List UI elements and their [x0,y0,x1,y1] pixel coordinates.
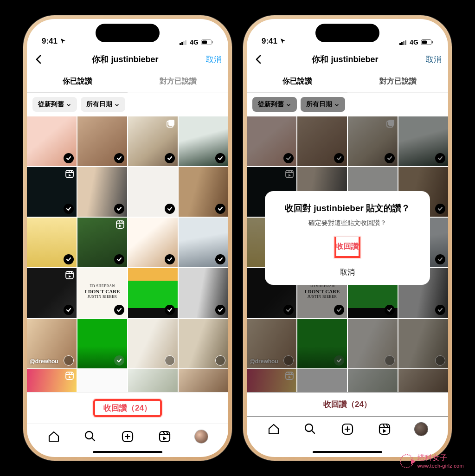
page-title: 你和 justinbieber [45,54,206,65]
post-thumbnail[interactable] [77,167,127,217]
selection-checkmark[interactable] [165,355,175,366]
post-thumbnail[interactable] [179,319,228,368]
post-thumbnail[interactable] [77,319,127,368]
status-time: 9:41 [42,37,58,46]
annotation-highlight: 收回讚（24） [93,399,162,417]
check-icon [66,206,71,212]
selection-checkmark[interactable] [215,153,225,163]
nav-profile-avatar[interactable] [195,430,208,443]
header-cancel-button[interactable]: 取消 [206,54,222,65]
check-icon [218,206,223,212]
check-icon [116,358,122,363]
dialog-message: 確定要對這些貼文收回讚？ [265,219,430,237]
dynamic-island [315,24,379,42]
check-icon [116,257,122,262]
post-thumbnail[interactable] [128,116,178,166]
selection-checkmark[interactable] [215,204,225,214]
chevron-down-icon [66,102,71,107]
nav-search-icon[interactable] [84,430,97,443]
post-thumbnail[interactable] [128,319,178,368]
reel-icon [65,170,74,178]
post-thumbnail[interactable] [27,167,77,217]
header: 你和 justinbieber 取消 [27,48,228,71]
tab-you-liked[interactable]: 你已說讚 [27,71,128,92]
check-icon [66,307,71,313]
filter-dates-label: 所有日期 [86,100,112,109]
selection-checkmark[interactable] [165,204,175,214]
album-text: ED SHEERANI DON'T CAREJUSTIN BIEBER [77,284,127,299]
unlike-button[interactable]: 收回讚（24） [103,403,152,413]
selection-checkmark[interactable] [114,254,124,264]
back-icon[interactable] [33,54,45,65]
dialog-title: 收回對 justinbieber 貼文的讚？ [265,191,430,219]
post-thumbnail[interactable] [179,268,228,318]
check-icon [167,257,173,262]
post-thumbnail[interactable]: @drewhou [27,319,77,368]
selection-checkmark[interactable] [64,254,74,264]
chevron-down-icon [114,102,120,107]
dynamic-island [96,24,160,42]
location-icon [59,38,66,45]
reel-icon [116,220,124,229]
tab-they-liked[interactable]: 對方已說讚 [128,71,228,92]
bottom-nav [27,424,228,452]
post-thumbnail[interactable] [128,167,178,217]
post-thumbnail[interactable] [179,218,228,267]
check-icon [116,155,122,161]
selection-checkmark[interactable] [64,305,74,315]
post-thumbnail[interactable] [179,116,228,166]
post-thumbnail[interactable] [179,167,228,217]
post-thumbnail[interactable] [27,268,77,318]
selection-checkmark[interactable] [215,254,225,264]
selection-checkmark[interactable] [165,305,175,315]
status-network: 4G [190,39,199,46]
check-icon [167,155,173,161]
carousel-icon [167,119,175,128]
filter-sort[interactable]: 從新到舊 [32,97,77,112]
post-thumbnail[interactable] [77,369,127,392]
post-thumbnail[interactable] [128,218,178,267]
selection-checkmark[interactable] [64,153,74,163]
post-thumbnail[interactable] [128,268,178,318]
watermark-url: www.tech-girlz.com [417,463,464,469]
check-icon [167,307,173,313]
selection-checkmark[interactable] [165,153,175,163]
post-thumbnail[interactable] [27,369,77,392]
selection-checkmark[interactable] [114,204,124,214]
nav-create-icon[interactable] [121,430,134,443]
tabs: 你已說讚 對方已說讚 [27,71,228,92]
phone-left: 9:41 4G 你和 justinbieber 取消 你已說讚 對方已說讚 [23,15,232,461]
dialog-overlay: 收回對 justinbieber 貼文的讚？ 確定要對這些貼文收回讚？ 收回讚 … [247,19,448,457]
selection-checkmark[interactable] [114,153,124,163]
post-thumbnail[interactable] [77,116,127,166]
check-icon [218,257,223,262]
selection-checkmark[interactable] [165,254,175,264]
post-thumbnail[interactable] [179,369,228,392]
battery-icon [201,39,213,45]
confirm-dialog: 收回對 justinbieber 貼文的讚？ 確定要對這些貼文收回讚？ 收回讚 … [265,191,430,285]
signal-icon [180,40,187,45]
post-thumbnail[interactable] [128,369,178,392]
dialog-cancel-button[interactable]: 取消 [265,260,430,285]
selection-checkmark[interactable] [114,305,124,315]
unlike-bar: 收回讚（24） [27,392,228,424]
post-thumbnail[interactable] [27,218,77,267]
selection-checkmark[interactable] [215,305,225,315]
check-icon [218,307,223,313]
reel-icon [65,372,74,380]
selection-checkmark[interactable] [215,355,225,366]
post-thumbnail[interactable] [77,218,127,267]
nav-home-icon[interactable] [47,430,60,443]
check-icon [66,155,71,161]
selection-checkmark[interactable] [64,355,74,366]
posts-grid: ED SHEERANI DON'T CAREJUSTIN BIEBER@drew… [27,116,228,392]
filter-sort-label: 從新到舊 [38,100,64,109]
nav-reels-icon[interactable] [158,430,171,443]
selection-checkmark[interactable] [114,355,124,366]
selection-checkmark[interactable] [64,204,74,214]
filter-dates[interactable]: 所有日期 [81,97,125,112]
dialog-confirm-button[interactable]: 收回讚 [334,237,360,258]
post-thumbnail[interactable]: ED SHEERANI DON'T CAREJUSTIN BIEBER [77,268,127,318]
check-icon [116,206,122,212]
post-thumbnail[interactable] [27,116,77,166]
